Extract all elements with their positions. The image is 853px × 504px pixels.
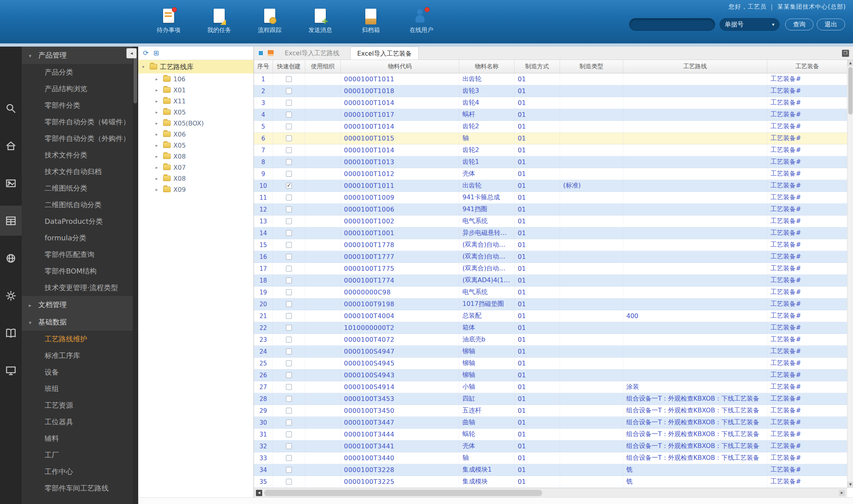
- sidebar-item[interactable]: 产品结构浏览: [22, 81, 138, 97]
- sidebar-item[interactable]: 设备: [22, 364, 138, 380]
- refresh-icon[interactable]: ⟳: [143, 50, 148, 56]
- material-name-link[interactable]: 小轴: [462, 383, 475, 391]
- column-header-1[interactable]: 序号: [254, 60, 273, 73]
- table-row[interactable]: 280000100T3453四缸01组合设备一T：外观检查KBXOB：下线工艺装…: [254, 393, 847, 405]
- material-name-link[interactable]: 齿轮2: [462, 122, 479, 131]
- make-type-link[interactable]: (标准): [563, 182, 581, 190]
- equipment-link[interactable]: 工艺装备#: [770, 454, 801, 462]
- material-code-link[interactable]: 0000100T1778: [344, 241, 395, 249]
- sidebar-item[interactable]: 工厂: [22, 447, 138, 463]
- quick-create-checkbox[interactable]: [286, 135, 292, 141]
- sidebar-item[interactable]: 辅料: [22, 430, 138, 447]
- make-mode-link[interactable]: 01: [518, 194, 526, 201]
- material-code-link[interactable]: 0000100T3450: [344, 407, 395, 414]
- route-link[interactable]: 组合设备一T：外观检查KBXOB：下线工艺装备: [626, 395, 759, 403]
- sidebar-item[interactable]: DataProduct分类: [22, 213, 138, 230]
- table-row[interactable]: 240000100S4947铆轴01工艺装备#: [254, 346, 847, 358]
- make-mode-link[interactable]: 01: [518, 158, 526, 166]
- sidebar-item[interactable]: formula分类: [22, 230, 138, 246]
- table-row[interactable]: 110000100T1009941卡箍总成01工艺装备#: [254, 192, 847, 204]
- route-link[interactable]: 铣: [626, 466, 633, 474]
- tab-excel-import-equipment[interactable]: Excel导入工艺装备: [350, 47, 418, 60]
- quick-create-checkbox[interactable]: [286, 266, 292, 272]
- material-code-link[interactable]: 0000100T1017: [344, 111, 395, 118]
- sidebar-item[interactable]: 零部件分类: [22, 97, 138, 114]
- column-header-5[interactable]: 物料名称: [459, 60, 515, 73]
- table-row[interactable]: 330000100T3440轴01组合设备一T：外观检查KBXOB：下线工艺装备…: [254, 452, 847, 464]
- table-row[interactable]: 270000100S4914小轴01涂装工艺装备#: [254, 381, 847, 393]
- sidebar-item[interactable]: 零部件自动分类（外购件）: [22, 130, 138, 147]
- tree-node[interactable]: ▸X08: [138, 173, 254, 184]
- sidebar-item[interactable]: 零部件自动分类（铸锻件）: [22, 114, 138, 130]
- material-name-link[interactable]: (双离合)自动变速...: [462, 264, 511, 273]
- make-mode-link[interactable]: 01: [518, 383, 526, 391]
- material-code-link[interactable]: 0000100T3225: [344, 478, 395, 485]
- quick-create-checkbox[interactable]: [286, 420, 292, 425]
- monitor-icon[interactable]: [5, 365, 17, 377]
- equipment-link[interactable]: 工艺装备#: [770, 264, 801, 273]
- equipment-link[interactable]: 工艺装备#: [770, 383, 801, 391]
- make-mode-link[interactable]: 01: [518, 348, 526, 355]
- quick-create-checkbox[interactable]: [286, 431, 292, 437]
- material-name-link[interactable]: 蜗杆: [462, 111, 475, 119]
- column-header-3[interactable]: 使用组织: [305, 60, 341, 73]
- gear-icon[interactable]: [5, 290, 17, 302]
- sidebar-item[interactable]: 二维图纸分类: [22, 180, 138, 197]
- equipment-link[interactable]: 工艺装备#: [770, 122, 801, 131]
- quick-create-checkbox[interactable]: [286, 254, 292, 260]
- table-row[interactable]: 10000100T1011出齿轮01工艺装备#: [254, 73, 847, 85]
- route-link[interactable]: 铣: [626, 478, 633, 486]
- equipment-link[interactable]: 工艺装备#: [770, 217, 801, 225]
- equipment-link[interactable]: 工艺装备#: [770, 111, 801, 119]
- material-name-link[interactable]: 1017挡磁垫圈: [462, 300, 504, 308]
- make-mode-link[interactable]: 01: [518, 300, 526, 308]
- list-view-icon[interactable]: [268, 50, 274, 56]
- material-code-link[interactable]: 0000100T4004: [344, 312, 395, 320]
- quick-create-checkbox[interactable]: [286, 360, 292, 366]
- sidebar-item[interactable]: 工艺路线维护: [22, 331, 138, 347]
- make-mode-link[interactable]: 01: [518, 454, 526, 462]
- make-mode-link[interactable]: 01: [518, 442, 526, 450]
- material-name-link[interactable]: 四缸: [462, 395, 475, 403]
- quick-create-checkbox[interactable]: [286, 124, 292, 129]
- equipment-link[interactable]: 工艺装备#: [770, 253, 801, 261]
- make-mode-link[interactable]: 01: [518, 371, 526, 379]
- search-icon[interactable]: [5, 103, 17, 114]
- tree-node[interactable]: ▸X01: [138, 84, 254, 96]
- equipment-link[interactable]: 工艺装备#: [770, 288, 801, 296]
- tree-node[interactable]: ▸X07: [138, 162, 254, 173]
- table-row[interactable]: 180000100T1774(双离AD4)4(12H-)...01工艺装备#: [254, 275, 847, 287]
- column-header-8[interactable]: 工艺路线: [623, 60, 767, 73]
- equipment-link[interactable]: 工艺装备#: [770, 395, 801, 403]
- material-code-link[interactable]: 0000100T1013: [344, 158, 395, 166]
- material-name-link[interactable]: 壳体: [462, 170, 475, 178]
- table-row[interactable]: 310000100T3444蜗轮01组合设备一T：外观检查KBXOB：下线工艺装…: [254, 429, 847, 440]
- logout-button[interactable]: 退出: [817, 19, 845, 30]
- toolbar-item[interactable]: 在线用户: [405, 9, 438, 34]
- table-icon[interactable]: [5, 215, 17, 227]
- material-code-link[interactable]: 0000100T3440: [344, 454, 395, 462]
- make-mode-link[interactable]: 01: [518, 229, 526, 237]
- tree-node[interactable]: ▸X05(BOX): [138, 118, 254, 129]
- column-header-7[interactable]: 制造类型: [560, 60, 623, 73]
- material-code-link[interactable]: 0000100T1014: [344, 146, 395, 154]
- material-name-link[interactable]: 出齿轮: [462, 182, 481, 190]
- sidebar-item[interactable]: 标准工序库: [22, 347, 138, 364]
- route-link[interactable]: 组合设备一T：外观检查KBXOB：下线工艺装备: [626, 442, 759, 450]
- home-icon[interactable]: [5, 140, 17, 152]
- sidebar-item[interactable]: 工艺资源: [22, 397, 138, 414]
- quick-create-checkbox[interactable]: [286, 277, 292, 283]
- make-mode-link[interactable]: 01: [518, 146, 526, 154]
- equipment-link[interactable]: 工艺装备#: [770, 312, 801, 320]
- table-row[interactable]: 120000100T1006941挡圈01工艺装备#: [254, 204, 847, 215]
- equipment-link[interactable]: 工艺装备#: [770, 193, 801, 202]
- material-name-link[interactable]: 总装配: [462, 312, 481, 320]
- equipment-link[interactable]: 工艺装备#: [770, 335, 801, 344]
- material-name-link[interactable]: 异步电磁悬转装置...: [462, 229, 511, 237]
- material-name-link[interactable]: 轴: [462, 134, 469, 142]
- quick-create-checkbox[interactable]: [286, 479, 292, 485]
- toolbar-item[interactable]: 待办事项: [152, 9, 185, 34]
- table-row[interactable]: 1900000000C98电气系统01工艺装备#: [254, 287, 847, 298]
- tab-excel-import-route[interactable]: Excel导入工艺路线: [278, 47, 346, 60]
- equipment-link[interactable]: 工艺装备#: [770, 324, 801, 332]
